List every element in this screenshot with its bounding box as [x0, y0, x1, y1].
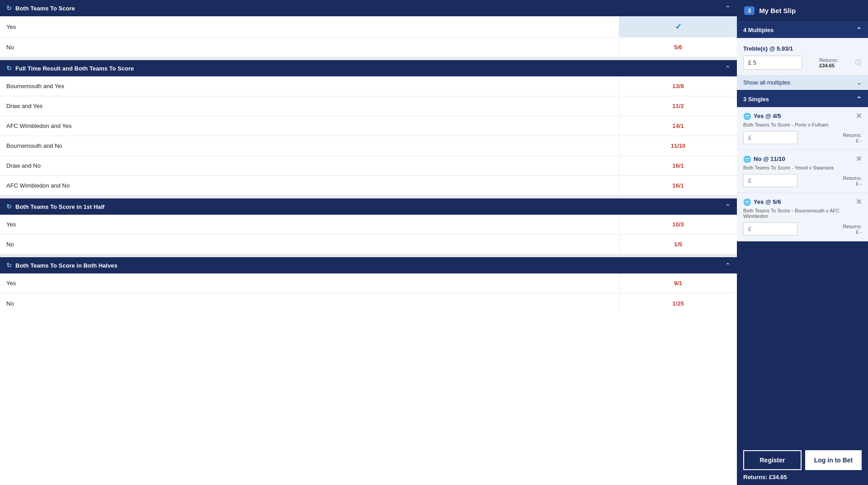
section-header-btsbh[interactable]: ↻ Both Teams To Score in Both Halves ⌃ — [0, 257, 737, 273]
section-title-bts: Both Teams To Score — [15, 5, 75, 12]
single-bet-title-2: 🌐 Yes @ 5/6 — [743, 198, 781, 206]
close-single-1[interactable]: ✕ — [856, 155, 862, 163]
single-stake-2[interactable] — [743, 222, 797, 235]
single-input-row-0: Returns: £ - — [743, 131, 862, 144]
multiples-title: 4 Multiples — [743, 27, 774, 33]
treble-odds: Treble(s) @ 5.93/1 — [743, 43, 862, 56]
bts1h-no-odds[interactable]: 1/5 — [619, 235, 737, 253]
single-bet-header-1: 🌐 No @ 11/10 ✕ — [743, 155, 862, 163]
single-returns-label-1: Returns: — [843, 175, 862, 181]
single-title-text-2: Yes @ 5/6 — [754, 198, 781, 205]
singles-header[interactable]: 3 Singles ⌃ — [737, 91, 868, 107]
btsbh-yes-odds[interactable]: 9/1 — [619, 274, 737, 292]
single-stake-0[interactable] — [743, 131, 797, 144]
refresh-icon-3: ↻ — [6, 203, 12, 210]
single-returns-value-0: £ - — [843, 138, 862, 143]
globe-icon-1: 🌐 — [743, 155, 751, 163]
ftr-label-4: Draw and No — [0, 157, 619, 174]
bts1h-no-label: No — [0, 235, 619, 253]
single-returns-2: Returns: £ - — [843, 224, 862, 235]
single-bet-header-2: 🌐 Yes @ 5/6 ✕ — [743, 198, 862, 206]
section-header-bts1h[interactable]: ↻ Both Teams To Score in 1st Half ⌃ — [0, 198, 737, 215]
ftr-bet-row-4: Draw and No 16/1 — [0, 156, 737, 176]
section-title-ftr: Full Time Result and Both Teams To Score — [15, 65, 134, 72]
check-icon: ✓ — [675, 22, 682, 31]
single-returns-label-2: Returns: — [843, 224, 862, 229]
section-title-bts1h: Both Teams To Score in 1st Half — [15, 203, 104, 210]
bts1h-yes-odds[interactable]: 10/3 — [619, 216, 737, 233]
ftr-odds-5[interactable]: 16/1 — [619, 177, 737, 194]
show-multiples-label: Show all multiples — [743, 79, 790, 86]
ftr-label-5: AFC Wimbledon and No — [0, 177, 619, 194]
bts-no-label: No — [0, 38, 619, 56]
bet-slip-title: My Bet Slip — [759, 7, 796, 14]
ftr-label-0: Bournemouth and Yes — [0, 77, 619, 95]
btsbh-no-odds[interactable]: 1/25 — [619, 295, 737, 312]
multiples-returns: Returns: £34.65 — [819, 57, 838, 68]
refresh-icon-4: ↻ — [6, 262, 12, 269]
info-icon: ⓘ — [855, 59, 862, 67]
bts1h-yes-label: Yes — [0, 216, 619, 233]
returns-value: £34.65 — [819, 63, 838, 68]
ftr-label-1: Draw and Yes — [0, 97, 619, 115]
chevron-up-icon-2: ⌃ — [725, 65, 731, 72]
section-header-ftr[interactable]: ↻ Full Time Result and Both Teams To Sco… — [0, 60, 737, 76]
ftr-odds-1[interactable]: 11/2 — [619, 97, 737, 115]
bts-yes-row: Yes ✓ — [0, 16, 737, 38]
bts1h-yes-row: Yes 10/3 — [0, 215, 737, 235]
ftr-odds-0[interactable]: 13/8 — [619, 77, 737, 95]
btsbh-no-row: No 1/25 — [0, 293, 737, 313]
bts-yes-label: Yes — [0, 18, 619, 36]
footer-buttons: Register Log in to Bet — [743, 450, 862, 470]
multiples-input-row: Returns: £34.65 ⓘ — [743, 56, 862, 70]
show-multiples-button[interactable]: Show all multiples ⌄ — [737, 75, 868, 90]
singles-chevron-up: ⌃ — [856, 95, 862, 103]
show-multiples-chevron: ⌄ — [857, 79, 862, 86]
single-bet-title-0: 🌐 Yes @ 4/5 — [743, 113, 781, 120]
ftr-odds-3[interactable]: 11/10 — [619, 137, 737, 155]
single-bet-item-1: 🌐 No @ 11/10 ✕ Both Teams To Score - Yeo… — [737, 150, 868, 193]
register-button[interactable]: Register — [743, 450, 802, 470]
bts-no-odds[interactable]: 5/6 — [619, 38, 737, 56]
single-returns-value-2: £ - — [843, 229, 862, 235]
single-bet-item-0: 🌐 Yes @ 4/5 ✕ Both Teams To Score - Port… — [737, 107, 868, 150]
ftr-odds-2[interactable]: 14/1 — [619, 117, 737, 135]
multiples-stake-input[interactable] — [743, 56, 802, 70]
btsbh-no-label: No — [0, 295, 619, 312]
single-bet-desc-2: Both Teams To Score - Bournemouth v AFC … — [743, 208, 862, 219]
chevron-up-icon: ⌃ — [725, 5, 731, 12]
multiples-chevron-up: ⌃ — [856, 26, 862, 33]
single-title-text-0: Yes @ 4/5 — [754, 113, 781, 119]
ftr-bet-row-5: AFC Wimbledon and No 16/1 — [0, 176, 737, 196]
bts-yes-odds[interactable]: ✓ — [619, 16, 737, 37]
single-bet-header-0: 🌐 Yes @ 4/5 ✕ — [743, 112, 862, 120]
bet-slip-sidebar: 3 My Bet Slip 4 Multiples ⌃ Treble(s) @ … — [737, 0, 868, 485]
single-bet-item-2: 🌐 Yes @ 5/6 ✕ Both Teams To Score - Bour… — [737, 193, 868, 241]
singles-title: 3 Singles — [743, 96, 769, 103]
ftr-bet-row-2: AFC Wimbledon and Yes 14/1 — [0, 116, 737, 136]
refresh-icon: ↻ — [6, 5, 12, 12]
ftr-label-2: AFC Wimbledon and Yes — [0, 117, 619, 135]
btsbh-yes-row: Yes 9/1 — [0, 273, 737, 293]
single-bet-desc-0: Both Teams To Score - Porto v Fulham — [743, 122, 862, 127]
section-title-btsbh: Both Teams To Score in Both Halves — [15, 262, 118, 269]
login-to-bet-button[interactable]: Log in to Bet — [805, 450, 862, 470]
single-input-row-1: Returns: £ - — [743, 174, 862, 187]
multiples-header[interactable]: 4 Multiples ⌃ — [737, 22, 868, 38]
single-returns-0: Returns: £ - — [843, 132, 862, 143]
btsbh-yes-label: Yes — [0, 274, 619, 292]
sidebar-footer: Register Log in to Bet Returns: £34.65 — [737, 445, 868, 485]
bts1h-no-row: No 1/5 — [0, 235, 737, 254]
close-single-0[interactable]: ✕ — [856, 112, 862, 120]
section-header-bts[interactable]: ↻ Both Teams To Score ⌃ — [0, 0, 737, 16]
singles-section: 3 Singles ⌃ 🌐 Yes @ 4/5 ✕ Both Teams To … — [737, 91, 868, 241]
single-stake-1[interactable] — [743, 174, 797, 187]
close-single-2[interactable]: ✕ — [856, 198, 862, 206]
bet-slip-header: 3 My Bet Slip — [737, 0, 868, 22]
ftr-bet-row-0: Bournemouth and Yes 13/8 — [0, 76, 737, 96]
footer-returns: Returns: £34.65 — [743, 474, 862, 480]
single-input-row-2: Returns: £ - — [743, 222, 862, 235]
refresh-icon-2: ↻ — [6, 65, 12, 72]
bts-no-row: No 5/6 — [0, 38, 737, 57]
ftr-odds-4[interactable]: 16/1 — [619, 157, 737, 174]
